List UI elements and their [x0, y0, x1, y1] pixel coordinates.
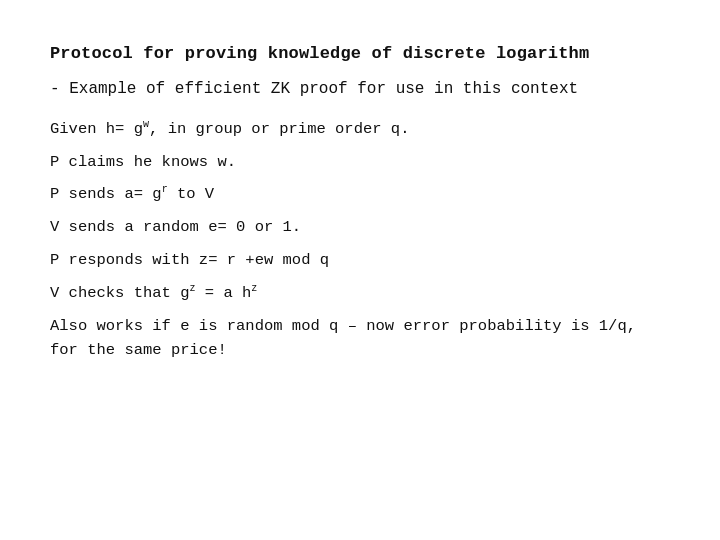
slide-subtitle: - Example of efficient ZK proof for use …	[50, 77, 670, 103]
responds-text: P responds with z= r +ew mod q	[50, 251, 329, 269]
checks-text-2: = a h	[196, 284, 252, 302]
line-checks: V checks that gz = a hz	[50, 281, 670, 306]
sends-e-text: V sends a random e= 0 or 1.	[50, 218, 301, 236]
line-given: Given h= gw, in group or prime order q.	[50, 117, 670, 142]
claims-text: P claims he knows w.	[50, 153, 236, 171]
given-text-1: Given h= g	[50, 120, 143, 138]
also-text: Also works if e is random mod q – now er…	[50, 317, 636, 360]
line-claims: P claims he knows w.	[50, 150, 670, 175]
checks-text-1: V checks that g	[50, 284, 190, 302]
slide-title: Protocol for proving knowledge of discre…	[50, 40, 670, 67]
line-sends-a: P sends a= gr to V	[50, 182, 670, 207]
checks-sup-z2: z	[251, 283, 257, 294]
line-sends-e: V sends a random e= 0 or 1.	[50, 215, 670, 240]
sends-a-text-1: P sends a= g	[50, 185, 162, 203]
given-text-2: , in group or prime order q.	[149, 120, 409, 138]
sends-a-text-2: to V	[168, 185, 215, 203]
line-also: Also works if e is random mod q – now er…	[50, 314, 670, 364]
line-responds: P responds with z= r +ew mod q	[50, 248, 670, 273]
slide-content: Protocol for proving knowledge of discre…	[0, 0, 720, 403]
